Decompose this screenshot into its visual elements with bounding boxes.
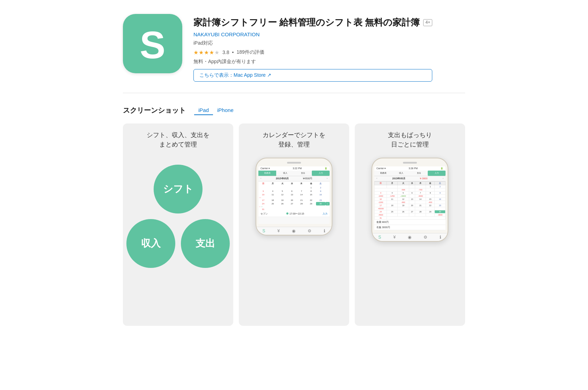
exp-v2: -700: [415, 188, 426, 191]
tab-shift-3: 勤務表: [374, 171, 392, 176]
calendar-header-3: ＜ 2015年05月 ¥-3800 ＞: [374, 176, 446, 181]
exp-col-sat: 土: [435, 181, 446, 185]
exp-col-sun: 日: [375, 181, 387, 185]
exp-col-tue: 火: [397, 181, 409, 185]
exp-5: 5: [397, 191, 409, 194]
cell-1: 1: [306, 186, 316, 189]
carrier-text-3: Carrier ▾: [376, 167, 386, 170]
tab-gear-icon-3: ⚙: [424, 235, 427, 240]
screenshots-header: スクリーンショット iPad iPhone: [123, 106, 465, 115]
cell-5: 5: [278, 189, 287, 193]
exp-empty: [435, 207, 446, 210]
tab-gear-icon: ⚙: [308, 228, 311, 233]
exp-16: 16: [435, 197, 446, 201]
exp-empty: [409, 201, 415, 204]
developer-name[interactable]: NAKAYUBI CORPORATION: [193, 31, 432, 37]
exp-7: 7: [415, 191, 426, 194]
cell-empty: [287, 186, 296, 189]
cell-empty: [268, 208, 325, 211]
exp-10: 10: [375, 197, 387, 201]
app-header: S 家計簿シフトフリー 給料管理のシフト表 無料の家計簿 4+ NAKAYUBI…: [123, 14, 465, 93]
phone-status-bar: Carrier ▾ 3:22 PM 🔋: [258, 166, 330, 171]
tab-shift: 勤務表: [258, 171, 276, 176]
time-text-3: 3:28 PM: [409, 167, 418, 170]
exp-28: 28: [415, 210, 426, 213]
exp-v8: -990: [397, 201, 409, 204]
next-month-3: ＞: [442, 177, 444, 180]
cell-25: 25: [268, 202, 277, 205]
tab-add-3: 入力: [428, 171, 446, 176]
cell-15: 15: [306, 193, 316, 196]
col-mon: 月: [268, 181, 277, 186]
page-container: S 家計簿シフトフリー 給料管理のシフト表 無料の家計簿 4+ NAKAYUBI…: [102, 0, 486, 340]
col-thu: 木: [297, 181, 306, 186]
col-tue: 火: [278, 181, 287, 186]
tab-ipad[interactable]: iPad: [194, 106, 213, 115]
rating-count: 189件の評価: [236, 49, 264, 55]
cell-17: 17: [258, 198, 268, 202]
exp-v4: -1259: [387, 194, 398, 197]
prev-month-3: ＜: [376, 177, 378, 180]
col-sun: 日: [258, 181, 268, 186]
stars: ★★★★★: [193, 49, 220, 56]
exp-empty: [435, 194, 446, 197]
app-icon: S: [123, 14, 182, 73]
phone-speaker: [287, 162, 301, 164]
exp-v3: -1000: [375, 194, 387, 197]
phone-mockup-3: Carrier ▾ 3:28 PM 🔋 勤務表 収入 支出 入力 ＜: [372, 158, 448, 242]
tab-group: iPad iPhone: [194, 106, 238, 115]
schedule-link[interactable]: 入力: [323, 212, 328, 216]
tab-s-icon-3: S: [378, 235, 381, 240]
app-title-text: 家計簿シフトフリー 給料管理のシフト表 無料の家計簿: [193, 17, 420, 29]
tab-iphone[interactable]: iPhone: [213, 106, 238, 115]
exp-empty: [426, 207, 435, 210]
cell-empty: [297, 186, 306, 189]
schedule-time: 17:00〜22:15: [286, 212, 304, 216]
cell-2: 2: [316, 186, 325, 189]
exp-15: 15: [426, 197, 435, 201]
phone-mockup-2: Carrier ▾ 3:22 PM 🔋 勤務表 収入 支出 入力 ＜: [256, 158, 332, 235]
tab-income-3: 収入: [392, 171, 410, 176]
tab-yen-icon-3: ¥: [394, 235, 396, 240]
time-text: 3:22 PM: [293, 167, 302, 170]
tab-add: 入力: [312, 171, 330, 176]
ipad-compatibility: iPad対応: [193, 40, 432, 46]
exp-empty: [426, 213, 435, 216]
card-2-title: カレンダーでシフトを登録、管理: [263, 130, 325, 149]
exp-18: 18: [387, 204, 398, 207]
cell-30: 30: [316, 202, 325, 205]
schedule-place: セブン: [260, 212, 268, 216]
exp-v6: -4000: [415, 194, 426, 197]
app-info: 家計簿シフトフリー 給料管理のシフト表 無料の家計簿 4+ NAKAYUBI C…: [193, 14, 432, 82]
calendar-month-3: 2015年05月: [392, 177, 405, 180]
exp-v5: +5000: [397, 194, 409, 197]
exp-12: 12: [397, 197, 409, 201]
balance-label: ¥4500円: [303, 177, 312, 180]
cell-8: 8: [306, 189, 316, 193]
tab-expense-3: 支出: [410, 171, 428, 176]
calendar-grid: 日 月 火 水 木 金 土: [258, 181, 330, 211]
exp-2: 2: [435, 185, 446, 188]
app-icon-letter: S: [140, 26, 165, 64]
exp-v12: -3800: [435, 213, 446, 216]
cell-19: 19: [278, 198, 287, 202]
exp-empty: [435, 201, 446, 204]
exp-9: 9: [435, 191, 446, 194]
app-title: 家計簿シフトフリー 給料管理のシフト表 無料の家計簿 4+: [193, 17, 432, 29]
exp-empty: [387, 201, 398, 204]
cell-add: +: [325, 202, 330, 205]
exp-22: 22: [426, 204, 435, 207]
exp-empty: [415, 207, 426, 210]
cell-22: 22: [306, 198, 316, 202]
cell-empty: [258, 186, 268, 189]
card-3-title: 支出もばっちり日ごとに管理: [388, 130, 432, 149]
exp-empty: [409, 185, 415, 188]
exp-empty: [426, 194, 435, 197]
cell-empty: [268, 186, 277, 189]
exp-col-fri: 金: [426, 181, 435, 185]
mac-store-button[interactable]: こちらで表示：Mac App Store ↗: [193, 69, 432, 82]
rating-row: ★★★★★ 3.8 • 189件の評価: [193, 49, 432, 56]
shift-circle: シフト: [154, 165, 203, 213]
tab-info-icon: ℹ: [324, 228, 325, 233]
exp-v7: -1200: [375, 201, 387, 204]
